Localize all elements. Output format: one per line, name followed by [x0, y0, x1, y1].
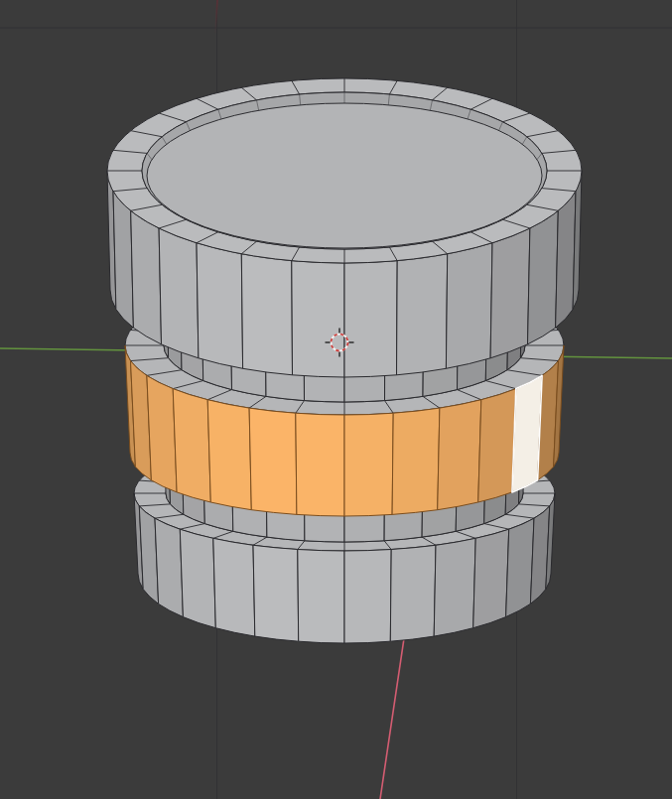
mesh-face[interactable] [197, 243, 243, 369]
mesh-face[interactable] [155, 518, 183, 616]
mesh-object[interactable] [107, 78, 582, 643]
mesh-face[interactable] [528, 210, 559, 344]
recess-floor-face[interactable] [147, 103, 542, 248]
mesh-face[interactable] [213, 538, 255, 636]
top-recess [142, 92, 547, 249]
selected-face[interactable] [478, 389, 516, 502]
selected-face[interactable] [392, 408, 440, 514]
mesh-face[interactable] [344, 261, 397, 377]
mesh-face[interactable] [473, 529, 509, 628]
selected-face[interactable] [147, 375, 177, 492]
mesh-face[interactable] [490, 228, 530, 358]
mesh-face[interactable] [159, 228, 199, 358]
mesh-face[interactable] [253, 545, 299, 641]
3d-viewport[interactable] [0, 0, 672, 799]
mesh-face[interactable] [131, 210, 162, 344]
mesh-face[interactable] [241, 254, 292, 375]
mesh-face[interactable] [292, 261, 344, 377]
selected-face[interactable] [438, 400, 481, 510]
mesh-face[interactable] [344, 550, 391, 644]
mesh-face[interactable] [397, 254, 448, 375]
selected-face[interactable] [344, 413, 393, 516]
mesh-face[interactable] [434, 538, 475, 636]
selected-face[interactable] [249, 408, 297, 514]
selected-face[interactable] [173, 389, 210, 502]
mesh-face[interactable] [506, 518, 534, 616]
mesh-face[interactable] [298, 550, 344, 644]
mesh-face[interactable] [446, 243, 492, 369]
selected-face[interactable] [296, 413, 344, 516]
scene-canvas[interactable] [0, 0, 672, 799]
mesh-face[interactable] [390, 545, 436, 641]
mesh-face[interactable] [180, 529, 215, 628]
selected-face[interactable] [207, 400, 251, 510]
